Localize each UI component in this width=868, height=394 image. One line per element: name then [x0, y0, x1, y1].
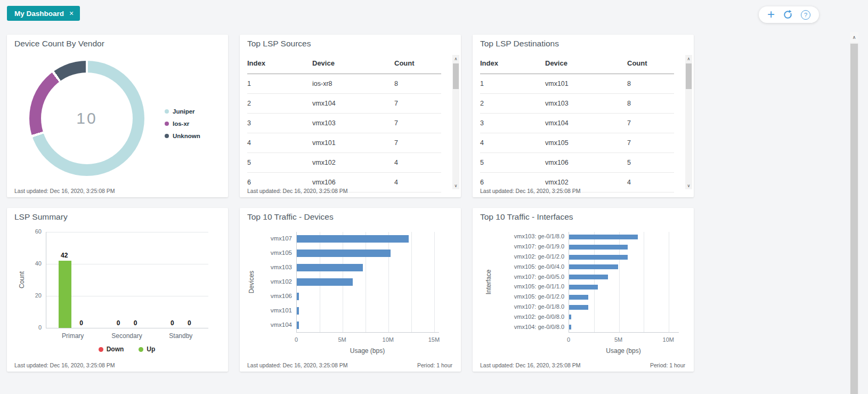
y-category-label: vmx105: ge-0/0/4.0: [492, 263, 564, 270]
bar-vmx103[interactable]: [297, 264, 363, 271]
panel-traffic-interfaces: Top 10 Traffic - Interfaces vmx103: ge-0…: [473, 208, 694, 372]
add-widget-icon[interactable]: +: [767, 8, 775, 21]
cell-count: 7: [394, 94, 441, 114]
page-scrollbar[interactable]: ∧: [850, 32, 858, 394]
scroll-down-icon[interactable]: ∨: [685, 182, 692, 189]
gridline: [388, 232, 389, 332]
y-axis-label: Count: [18, 271, 26, 288]
bar-vmx107-ge-0-1-8-0[interactable]: [569, 305, 588, 310]
bar-vmx102-ge-0-1-2-0[interactable]: [569, 255, 628, 260]
cell-device: vmx101: [312, 133, 394, 153]
cell-count: 7: [627, 114, 674, 133]
y-category-label: vmx102: ge-0/0/8.0: [492, 313, 564, 320]
last-updated-text: Last updated: Dec 16, 2020, 3:25:08 PM: [480, 188, 581, 194]
chart-legend: DownUp: [46, 345, 208, 353]
scroll-down-icon[interactable]: ∨: [452, 182, 459, 189]
header-row: IndexDeviceCount: [247, 54, 441, 74]
cell-count: 7: [394, 114, 441, 133]
bar-primary-up[interactable]: [59, 261, 71, 328]
cell-count: 7: [394, 133, 441, 153]
bar-value-label: 0: [165, 319, 180, 327]
lsp-destinations-table: IndexDeviceCount1vmx10182vmx10383vmx1047…: [480, 54, 674, 192]
close-icon[interactable]: ×: [69, 10, 74, 17]
panel-top-lsp-sources: Top LSP Sources IndexDeviceCount1ios-xr8…: [240, 35, 461, 197]
plot-area: [46, 232, 208, 328]
y-category-label: vmx103: ge-0/1/8.0: [492, 233, 564, 239]
cell-index: 4: [247, 133, 312, 153]
legend-dot: [165, 134, 169, 138]
legend-label: Ios-xr: [173, 120, 189, 127]
bar-vmx104[interactable]: [297, 321, 299, 329]
refresh-icon[interactable]: [783, 10, 793, 20]
cell-device: vmx104: [312, 94, 394, 114]
table-head: IndexDeviceCount: [480, 54, 674, 74]
bar-vmx105-ge-0-1-1-0[interactable]: [569, 285, 598, 290]
bar-vmx102[interactable]: [297, 278, 353, 286]
cell-index: 1: [247, 74, 312, 94]
table-body: 1vmx10182vmx10383vmx10474vmx10575vmx1065…: [480, 74, 674, 192]
gridline: [644, 232, 644, 332]
bar-vmx101[interactable]: [297, 307, 299, 315]
bar-vmx105[interactable]: [297, 250, 391, 257]
gridline: [669, 232, 669, 332]
scrollbar-thumb[interactable]: [686, 63, 692, 89]
cell-count: 8: [627, 94, 674, 114]
bar-vmx107-ge-0-0-5-0[interactable]: [569, 275, 608, 279]
table-row: 3vmx1037: [247, 114, 441, 133]
header-row: IndexDeviceCount: [480, 54, 674, 74]
legend-item-juniper[interactable]: Juniper: [165, 108, 200, 115]
last-updated-text: Last updated: Dec 16, 2020, 3:25:08 PM: [480, 362, 581, 368]
legend-item-unknown[interactable]: Unknown: [165, 133, 200, 139]
legend-label: Unknown: [173, 133, 200, 139]
cell-count: 7: [627, 133, 674, 153]
vendor-donut-chart[interactable]: 10: [29, 61, 144, 176]
legend-label: Juniper: [173, 108, 195, 115]
y-category-label: vmx107: ge-0/1/8.0: [492, 303, 564, 310]
donut-hole: 10: [41, 73, 133, 164]
scroll-up-icon[interactable]: ∧: [452, 55, 459, 62]
table-scrollbar[interactable]: ∧ ∨: [685, 55, 692, 189]
donut-total-label: 10: [76, 109, 97, 127]
x-tick-label: 10M: [377, 336, 399, 343]
table-row: 1ios-xr88: [247, 74, 441, 94]
table-row: 2vmx1038: [480, 94, 674, 114]
help-icon[interactable]: ?: [801, 10, 810, 20]
y-axis-label: Devices: [248, 271, 255, 294]
traffic-interfaces-chart: vmx103: ge-0/1/8.0vmx107: ge-0/1/9.0vmx1…: [473, 208, 694, 372]
bar-vmx105-ge-0-1-2-0[interactable]: [569, 295, 588, 300]
tab-my-dashboard[interactable]: My Dashboard ×: [7, 6, 80, 21]
scroll-up-icon[interactable]: ∧: [685, 55, 692, 62]
bar-value-label: 0: [182, 319, 197, 327]
scrollbar-thumb[interactable]: [850, 44, 858, 394]
legend-item-down[interactable]: Down: [99, 345, 124, 353]
bar-vmx102-ge-0-0-8-0[interactable]: [569, 315, 571, 319]
y-category-label: vmx101: [254, 307, 292, 313]
y-category-label: vmx105: [254, 250, 292, 256]
cell-device: vmx104: [545, 114, 627, 133]
bar-vmx105-ge-0-0-4-0[interactable]: [569, 264, 618, 269]
bar-vmx107-ge-0-1-9-0[interactable]: [569, 245, 628, 250]
y-category-label: vmx107: [254, 235, 292, 242]
column-header-device: Device: [545, 54, 627, 74]
table-row: 4vmx1017: [247, 133, 441, 153]
legend-item-up[interactable]: Up: [139, 345, 155, 353]
table-row: 5vmx1065: [480, 153, 674, 173]
table-scrollbar[interactable]: ∧ ∨: [452, 55, 459, 189]
y-category-label: vmx102: [254, 278, 292, 285]
cell-index: 5: [480, 153, 545, 173]
column-header-index: Index: [247, 54, 312, 74]
table-row: 4vmx1057: [480, 133, 674, 153]
table-row: 2vmx1047: [247, 94, 441, 114]
legend-dot: [139, 347, 143, 352]
scrollbar-thumb[interactable]: [453, 63, 459, 89]
bar-vmx106[interactable]: [297, 293, 299, 300]
table-row: 3vmx1047: [480, 114, 674, 133]
x-category-label: Secondary: [103, 332, 151, 340]
bar-vmx104-ge-0-0-8-0[interactable]: [569, 325, 571, 329]
bar-vmx103-ge-0-1-8-0[interactable]: [569, 235, 638, 239]
cell-device: vmx106: [545, 153, 627, 173]
last-updated-text: Last updated: Dec 16, 2020, 3:25:08 PM: [14, 362, 115, 368]
scroll-up-icon[interactable]: ∧: [850, 32, 858, 43]
legend-item-ios-xr[interactable]: Ios-xr: [165, 120, 200, 127]
bar-vmx107[interactable]: [297, 235, 409, 243]
